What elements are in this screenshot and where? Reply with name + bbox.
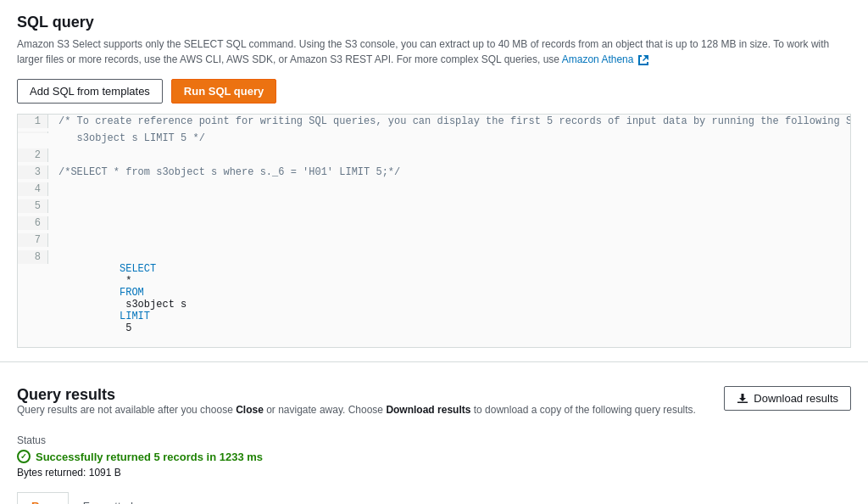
results-section: Query results Query results are not avai…	[0, 372, 868, 504]
bytes-info: Bytes returned: 1091 B	[17, 467, 851, 479]
code-line-8: 8 SELECT * FROM s3object s LIMIT 5	[18, 250, 850, 347]
line-content-5	[48, 199, 69, 201]
sql-buttons: Add SQL from templates Run SQL query	[17, 79, 851, 104]
line-number-4: 4	[18, 182, 48, 196]
line-content-7	[48, 233, 69, 235]
code-line-6: 6	[18, 216, 850, 233]
status-text: Successfully returned 5 records in 1233 …	[36, 451, 263, 463]
status-section: Status Successfully returned 5 records i…	[17, 434, 851, 479]
page-container: SQL query Amazon S3 Select supports only…	[0, 0, 868, 504]
sql-star: *	[120, 275, 138, 287]
line-content-3: /*SELECT * from s3object s where s._6 = …	[48, 165, 410, 179]
keyword-select: SELECT	[120, 263, 156, 275]
status-label: Status	[17, 434, 851, 446]
line-number-1: 1	[18, 115, 48, 128]
keyword-limit: LIMIT	[120, 311, 150, 322]
results-title-area: Query results Query results are not avai…	[17, 386, 696, 429]
tab-raw[interactable]: Raw	[17, 492, 69, 504]
code-line-1b: s3object s LIMIT 5 */	[18, 132, 850, 148]
line-content-6	[48, 216, 69, 218]
code-editor[interactable]: 1 /* To create reference point for writi…	[17, 114, 851, 348]
line-number-2: 2	[18, 148, 48, 162]
sql-description-text: Amazon S3 Select supports only the SELEC…	[17, 38, 829, 65]
tab-raw-label: Raw	[31, 500, 54, 504]
success-check-icon	[17, 450, 31, 463]
results-title: Query results	[17, 386, 696, 404]
subtitle-p2: or navigate away. Choose	[266, 404, 386, 416]
line-content-4	[48, 182, 69, 184]
line-number-1b	[18, 132, 48, 133]
sql-description: Amazon S3 Select supports only the SELEC…	[17, 36, 851, 67]
status-success: Successfully returned 5 records in 1233 …	[17, 450, 851, 463]
sql-section-title: SQL query	[17, 14, 851, 31]
amazon-athena-link[interactable]: Amazon Athena	[562, 53, 648, 65]
download-icon	[737, 393, 748, 405]
line-number-7: 7	[18, 233, 48, 247]
code-line-7: 7	[18, 233, 850, 250]
code-line-2: 2	[18, 148, 850, 165]
athena-link-text: Amazon Athena	[562, 53, 634, 65]
download-btn-label: Download results	[754, 392, 838, 405]
tabs-container: Raw Formatted	[17, 492, 851, 504]
add-template-button[interactable]: Add SQL from templates	[17, 79, 163, 104]
run-query-button[interactable]: Run SQL query	[171, 79, 276, 104]
code-line-4: 4	[18, 182, 850, 199]
line-number-3: 3	[18, 165, 48, 179]
sql-section: SQL query Amazon S3 Select supports only…	[0, 0, 868, 362]
subtitle-p1: Query results are not available after yo…	[17, 404, 236, 416]
external-link-icon	[638, 55, 648, 65]
line-number-8: 8	[18, 250, 48, 264]
subtitle-close: Close	[236, 404, 264, 416]
subtitle-download: Download results	[386, 404, 470, 416]
line-number-5: 5	[18, 199, 48, 213]
code-line-5: 5	[18, 199, 850, 216]
line-number-6: 6	[18, 216, 48, 230]
download-results-button[interactable]: Download results	[724, 386, 851, 411]
line-content-1b: s3object s LIMIT 5 */	[48, 132, 215, 145]
tab-formatted-label: Formatted	[83, 500, 133, 504]
tab-formatted[interactable]: Formatted	[69, 492, 147, 504]
code-line-3: 3 /*SELECT * from s3object s where s._6 …	[18, 165, 850, 182]
results-subtitle: Query results are not available after yo…	[17, 404, 696, 416]
line-content-8: SELECT * FROM s3object s LIMIT 5	[48, 250, 203, 347]
results-header: Query results Query results are not avai…	[17, 386, 851, 429]
keyword-from: FROM	[120, 287, 144, 299]
code-line-1: 1 /* To create reference point for writi…	[18, 115, 850, 132]
subtitle-p3: to download a copy of the following quer…	[474, 404, 696, 416]
line-content-1: /* To create reference point for writing…	[48, 115, 851, 128]
line-content-2	[48, 148, 69, 150]
sql-table: s3object s	[120, 299, 192, 311]
sql-limit-val: 5	[120, 322, 131, 334]
